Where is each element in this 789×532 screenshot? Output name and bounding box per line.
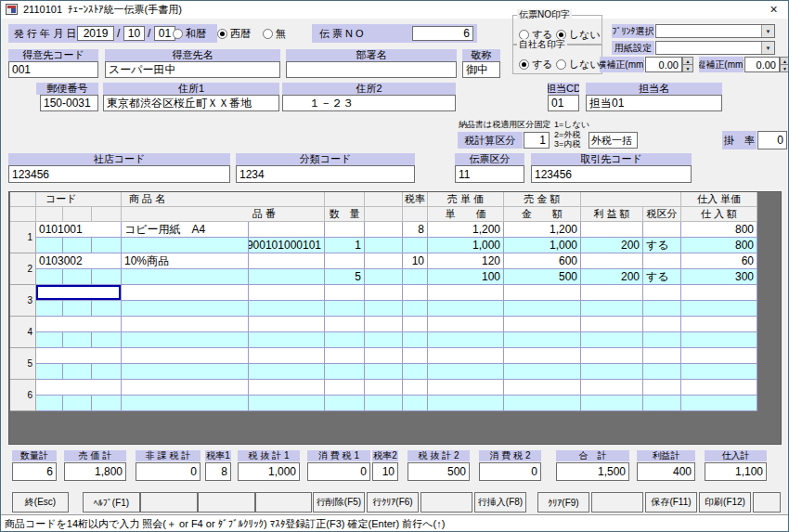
tax-division-cell[interactable] bbox=[643, 396, 681, 411]
item-name-cell[interactable]: 10%商品 bbox=[122, 253, 249, 269]
purchase-amount-cell[interactable] bbox=[681, 301, 757, 317]
empty-cell[interactable] bbox=[403, 396, 428, 411]
purchase-amount-cell[interactable] bbox=[681, 396, 757, 411]
empty-cell[interactable] bbox=[249, 348, 325, 364]
purchase-unit-price-cell[interactable] bbox=[681, 285, 757, 301]
empty-cell[interactable] bbox=[365, 285, 403, 301]
tax-rate-cell[interactable]: 10 bbox=[403, 253, 428, 269]
grid-row-number[interactable]: 6 bbox=[10, 380, 36, 411]
item-code-cell[interactable] bbox=[36, 285, 122, 301]
amount-cell[interactable] bbox=[504, 396, 581, 411]
empty-cell[interactable] bbox=[643, 380, 681, 396]
empty-cell[interactable] bbox=[365, 364, 403, 380]
sell-amount-cell[interactable]: 1,200 bbox=[504, 222, 581, 238]
store-code-input[interactable]: 123456 bbox=[8, 165, 230, 183]
staff-name-input[interactable]: 担当01 bbox=[586, 95, 722, 111]
empty-cell[interactable] bbox=[92, 269, 122, 285]
category-code-input[interactable]: 1234 bbox=[236, 165, 415, 183]
empty-cell[interactable] bbox=[643, 253, 681, 269]
quantity-cell[interactable]: 1 bbox=[325, 238, 365, 253]
item-name-cell[interactable] bbox=[122, 348, 249, 364]
purchase-amount-cell[interactable] bbox=[681, 364, 757, 380]
tax-division-cell[interactable] bbox=[643, 301, 681, 317]
empty-cell[interactable] bbox=[365, 348, 403, 364]
empty-cell[interactable] bbox=[36, 269, 63, 285]
unit-price-cell[interactable] bbox=[428, 301, 504, 317]
multiply-rate-input[interactable]: 0 bbox=[757, 131, 787, 149]
purchase-unit-price-cell[interactable]: 60 bbox=[681, 253, 757, 269]
tax-rate-cell[interactable] bbox=[403, 348, 428, 364]
purchase-unit-price-cell[interactable] bbox=[681, 317, 757, 332]
sell-unit-price-cell[interactable] bbox=[428, 348, 504, 364]
item-code-cell[interactable] bbox=[36, 380, 122, 396]
grid-row-number[interactable]: 5 bbox=[10, 348, 36, 380]
purchase-unit-price-cell[interactable] bbox=[681, 348, 757, 364]
exit-button[interactable]: 終(Esc) bbox=[12, 492, 69, 513]
purchase-amount-cell[interactable] bbox=[681, 332, 757, 348]
empty-cell[interactable] bbox=[63, 332, 92, 348]
slip-division-input[interactable]: 11 bbox=[455, 165, 524, 183]
empty-cell[interactable] bbox=[325, 222, 365, 238]
calendar-radio-1[interactable]: 西暦 bbox=[217, 27, 251, 41]
grid-row-number[interactable]: 2 bbox=[10, 253, 36, 285]
empty-cell[interactable] bbox=[365, 238, 403, 253]
v-correction-input[interactable]: 0.00 bbox=[744, 57, 780, 72]
empty-cell[interactable] bbox=[643, 222, 681, 238]
empty-cell[interactable] bbox=[36, 301, 63, 317]
quantity-cell[interactable] bbox=[325, 301, 365, 317]
empty-cell[interactable] bbox=[92, 396, 122, 411]
empty-cell[interactable] bbox=[325, 380, 365, 396]
print-button[interactable]: 印刷(F12) bbox=[699, 492, 751, 513]
item-number-cell[interactable] bbox=[249, 332, 325, 348]
sell-unit-price-cell[interactable]: 1,200 bbox=[428, 222, 504, 238]
empty-cell[interactable] bbox=[581, 348, 643, 364]
empty-cell[interactable] bbox=[36, 396, 63, 411]
empty-cell[interactable] bbox=[92, 364, 122, 380]
tax-rate-cell[interactable] bbox=[403, 285, 428, 301]
unit-price-cell[interactable] bbox=[428, 396, 504, 411]
calendar-radio-0[interactable]: 和暦 bbox=[173, 27, 206, 41]
tax-rate-cell[interactable]: 8 bbox=[403, 222, 428, 238]
empty-cell[interactable] bbox=[365, 253, 403, 269]
item-number-cell[interactable]: 4900101000101 bbox=[249, 238, 325, 253]
item-code-cell[interactable]: 0101001 bbox=[36, 222, 122, 238]
grid-row-number[interactable]: 4 bbox=[10, 317, 36, 348]
printer-select[interactable]: ▼ bbox=[655, 24, 775, 38]
empty-cell[interactable] bbox=[249, 380, 325, 396]
paper-setting-select[interactable]: ▼ bbox=[655, 41, 775, 55]
spin-down-icon[interactable]: ▼ bbox=[780, 64, 789, 72]
empty-cell[interactable] bbox=[249, 317, 325, 332]
profit-cell[interactable] bbox=[581, 396, 643, 411]
sell-amount-cell[interactable] bbox=[504, 380, 581, 396]
dropdown-arrow-icon[interactable]: ▼ bbox=[761, 25, 774, 37]
empty-cell[interactable] bbox=[365, 222, 403, 238]
item-number-cell[interactable] bbox=[249, 269, 325, 285]
amount-cell[interactable] bbox=[504, 332, 581, 348]
grid-row-number[interactable]: 1 bbox=[10, 222, 36, 253]
sell-unit-price-cell[interactable]: 120 bbox=[428, 253, 504, 269]
item-name-cell[interactable] bbox=[122, 317, 249, 332]
empty-cell[interactable] bbox=[643, 285, 681, 301]
empty-cell[interactable] bbox=[365, 380, 403, 396]
tax-division-cell[interactable] bbox=[643, 364, 681, 380]
item-code-cell[interactable] bbox=[36, 348, 122, 364]
empty-cell[interactable] bbox=[643, 348, 681, 364]
tax-rate-cell[interactable] bbox=[403, 380, 428, 396]
save-button[interactable]: 保存(F11) bbox=[645, 492, 697, 513]
empty-cell[interactable] bbox=[122, 364, 249, 380]
quantity-cell[interactable] bbox=[325, 332, 365, 348]
empty-cell[interactable] bbox=[581, 317, 643, 332]
company-print-radio-0[interactable]: する bbox=[519, 58, 553, 71]
empty-cell[interactable] bbox=[403, 269, 428, 285]
empty-cell[interactable] bbox=[63, 301, 92, 317]
sell-unit-price-cell[interactable] bbox=[428, 317, 504, 332]
empty-cell[interactable] bbox=[643, 317, 681, 332]
empty-cell[interactable] bbox=[92, 238, 122, 253]
v-correction-spinner[interactable]: ▲ ▼ bbox=[780, 57, 789, 72]
clear-row-button[interactable]: 行ｸﾘｱ(F6) bbox=[367, 492, 419, 513]
tax-calc-input[interactable]: 1 bbox=[524, 132, 550, 149]
tax-division-cell[interactable] bbox=[643, 332, 681, 348]
empty-cell[interactable] bbox=[249, 222, 325, 238]
item-name-cell[interactable] bbox=[122, 285, 249, 301]
unit-price-cell[interactable] bbox=[428, 332, 504, 348]
